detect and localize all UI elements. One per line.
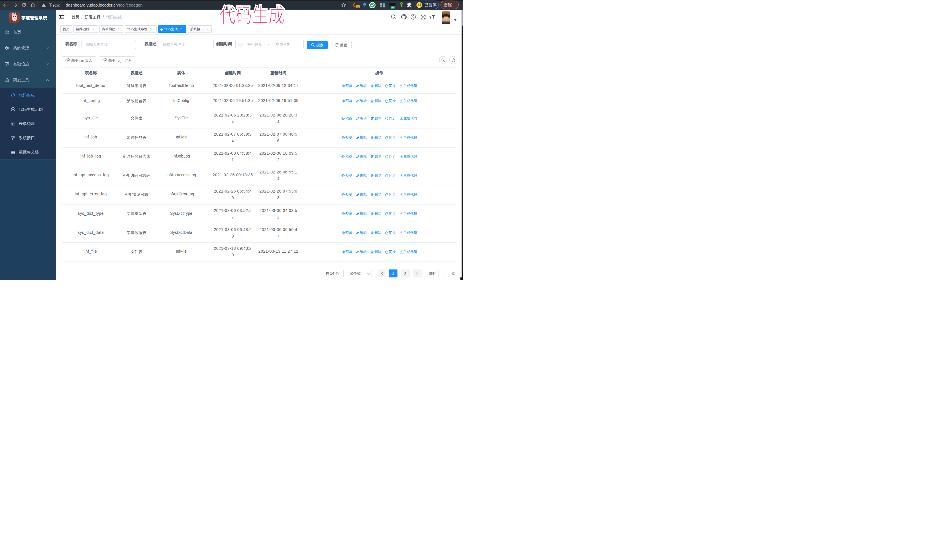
svg-text:1: 1 [357,5,359,8]
svg-text:on: on [392,6,394,9]
